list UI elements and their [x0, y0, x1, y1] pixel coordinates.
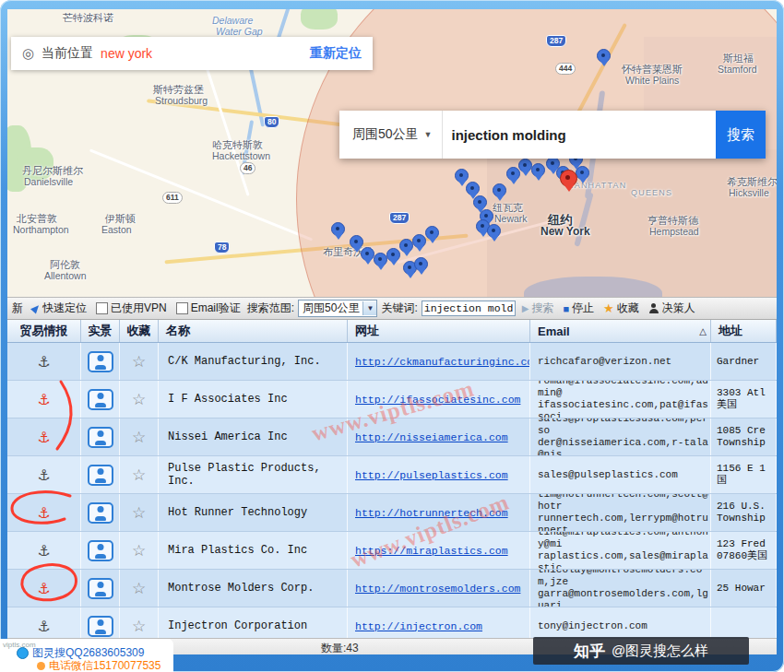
email-cell: tim@hotrunnertech.com,scott@hotr runnert… — [530, 494, 711, 531]
header-website[interactable]: 网址 — [348, 320, 530, 342]
header-trade-intel[interactable]: 贸易情报 — [7, 320, 81, 342]
range-select[interactable]: 周围50公里 ▼ — [298, 300, 377, 317]
map-place-label: Delaware — [212, 15, 253, 26]
address-cell: 1085 Cre Township — [711, 419, 777, 455]
current-location-label: 当前位置 — [42, 45, 93, 62]
street-view-icon[interactable] — [88, 427, 113, 448]
table-row[interactable]: ⚓☆Nissei America Inchttp://nisseiamerica… — [7, 419, 777, 456]
header-email[interactable]: Email △ — [530, 320, 711, 342]
map-place-label: Easton — [101, 224, 132, 235]
relocate-button[interactable]: 重新定位 — [310, 45, 362, 62]
website-link[interactable]: http://nisseiamerica.com — [348, 431, 508, 443]
map-pin[interactable] — [386, 248, 400, 262]
anchor-icon[interactable]: ⚓ — [37, 580, 50, 597]
website-link[interactable]: http://pulseplastics.com — [348, 469, 508, 481]
street-view-icon[interactable] — [88, 389, 113, 410]
map-pin[interactable] — [350, 235, 363, 249]
table-row[interactable]: ⚓☆Mira Plastics Co. Inchttps://miraplast… — [7, 532, 777, 570]
vpn-checkbox[interactable]: 已使用VPN — [93, 301, 170, 316]
phone-contact: 电话微信15170077535 — [37, 658, 160, 672]
radius-dropdown[interactable]: 周围50公里 ▼ — [339, 111, 443, 159]
map-pin[interactable] — [374, 253, 387, 266]
email-verify-checkbox[interactable]: Email验证 — [173, 301, 244, 316]
stop-button[interactable]: ■ 停止 — [560, 301, 597, 316]
map-pin[interactable] — [425, 226, 439, 240]
table-row[interactable]: ⚓☆C/K Manufacturing, Inc.http://ckmanufa… — [7, 343, 777, 381]
map-pin[interactable] — [597, 49, 611, 63]
street-view-icon[interactable] — [88, 540, 113, 561]
anchor-icon[interactable]: ⚓ — [37, 542, 50, 560]
map-pin[interactable] — [506, 167, 520, 181]
map-pin[interactable] — [487, 224, 501, 238]
email-cell: richcafaro@verizon.net — [530, 343, 711, 380]
table-row[interactable]: ⚓☆Hot Runner Technologyhttp://hotrunnert… — [7, 494, 777, 532]
address-cell: 25 Howar — [711, 570, 777, 607]
sort-indicator-icon[interactable]: △ — [699, 326, 707, 336]
map-pin[interactable] — [576, 166, 589, 180]
street-view-icon[interactable] — [88, 616, 113, 637]
map-pin[interactable] — [414, 257, 428, 271]
favorite-star-icon[interactable]: ☆ — [132, 390, 146, 409]
map-pin[interactable] — [455, 169, 469, 183]
street-view-icon[interactable] — [88, 578, 113, 599]
street-view-cell — [81, 494, 120, 531]
website-link[interactable]: http://ifassociatesinc.com — [348, 394, 520, 406]
header-favorite[interactable]: 收藏 — [120, 320, 159, 342]
search-button[interactable]: ▶ 搜索 — [519, 301, 557, 316]
checkbox-icon — [176, 302, 188, 314]
header-address[interactable]: 地址 — [711, 320, 777, 342]
street-view-icon[interactable] — [88, 502, 113, 524]
street-view-icon[interactable] — [88, 465, 113, 486]
map-search-button[interactable]: 搜索 — [716, 111, 766, 159]
website-cell: http://hotrunnertech.com — [348, 494, 530, 531]
map-canvas[interactable]: 芒特波科诺DelawareWater Gap斯特劳兹堡Stroudsburg哈克… — [7, 9, 777, 298]
map-pin[interactable] — [466, 182, 480, 195]
map-pin[interactable] — [361, 247, 374, 261]
map-pin[interactable] — [412, 234, 426, 248]
favorite-button[interactable]: ★ 收藏 — [600, 301, 642, 316]
anchor-icon[interactable]: ⚓ — [37, 391, 50, 408]
favorite-star-icon[interactable]: ☆ — [132, 352, 146, 371]
zhihu-logo: 知乎 — [574, 641, 605, 662]
map-pin[interactable] — [399, 239, 413, 253]
keyword-input[interactable] — [422, 301, 516, 316]
address-cell: 1156 E 1 国 — [711, 456, 777, 493]
website-link[interactable]: http://hotrunnertech.com — [348, 507, 508, 519]
favorite-star-icon[interactable]: ☆ — [132, 617, 146, 636]
table-header: 贸易情报 实景 收藏 名称 网址 Email △ 地址 — [7, 320, 777, 343]
anchor-icon[interactable]: ⚓ — [37, 429, 50, 446]
map-pin[interactable] — [331, 222, 345, 236]
quick-locate-button[interactable]: 快速定位 — [30, 301, 89, 316]
favorite-star-icon[interactable]: ☆ — [132, 579, 146, 598]
map-pin-selected[interactable] — [560, 170, 577, 187]
website-link[interactable]: http://ckmanufacturinginc.com — [348, 356, 530, 368]
map-search-input[interactable] — [443, 111, 717, 159]
anchor-icon[interactable]: ⚓ — [37, 466, 50, 484]
header-street-view[interactable]: 实景 — [81, 320, 120, 342]
favorite-star-icon[interactable]: ☆ — [132, 466, 146, 485]
favorite-star-icon[interactable]: ☆ — [132, 503, 146, 523]
map-pin[interactable] — [493, 183, 506, 197]
table-row[interactable]: ⚓☆Montrose Molders Corp.http://montrosem… — [7, 570, 777, 607]
map-pin[interactable] — [518, 159, 532, 172]
favorite-star-icon[interactable]: ☆ — [132, 428, 146, 447]
website-link[interactable]: https://miraplastics.com — [348, 545, 508, 557]
anchor-icon[interactable]: ⚓ — [37, 504, 50, 522]
table-row[interactable]: ⚓☆Pulse Plastic Products, Inc.http://pul… — [7, 456, 777, 494]
website-link[interactable]: http://montrosemolders.com — [348, 583, 520, 595]
anchor-icon[interactable]: ⚓ — [37, 353, 50, 371]
header-name[interactable]: 名称 — [159, 320, 348, 342]
decision-maker-button[interactable]: 决策人 — [646, 301, 698, 316]
anchor-icon[interactable]: ⚓ — [37, 618, 50, 635]
website-link[interactable]: http://injectron.com — [348, 620, 482, 632]
table-row[interactable]: ⚓☆Injectron Corporationhttp://injectron.… — [7, 607, 777, 638]
company-name-cell: Nissei America Inc — [159, 419, 348, 455]
email-cell: tina@miraplastics.com,anthony@mi raplast… — [530, 532, 711, 569]
favorite-star-icon[interactable]: ☆ — [132, 541, 146, 560]
street-view-icon[interactable] — [88, 351, 113, 372]
table-row[interactable]: ⚓☆I F Associates Inchttp://ifassociatesi… — [7, 381, 777, 419]
map-pin[interactable] — [473, 195, 487, 209]
refresh-button-partial[interactable]: 新 — [9, 301, 26, 316]
map-pin[interactable] — [531, 163, 545, 177]
search-button-label: 搜索 — [531, 301, 553, 316]
